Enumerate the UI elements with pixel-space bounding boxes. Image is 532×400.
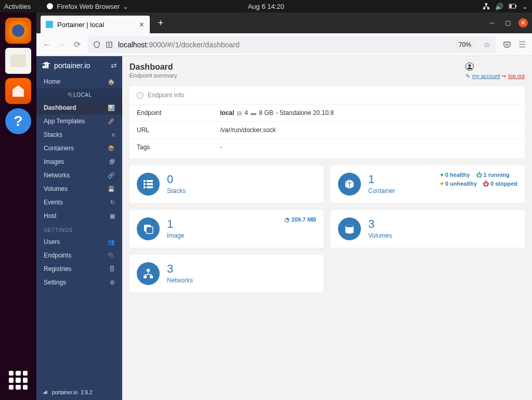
dock-show-apps[interactable] — [9, 371, 28, 390]
new-tab-button[interactable]: + — [153, 15, 168, 31]
sidebar-item-stacks[interactable]: Stacks≡ — [36, 128, 122, 141]
user-icon[interactable] — [465, 62, 525, 71]
back-button[interactable]: ← — [43, 40, 51, 49]
logo-text: portainer.io — [54, 61, 90, 70]
sidebar-item-local[interactable]: 🔌 LOCAL — [36, 88, 122, 101]
sidebar-item-networks[interactable]: Networks🔗 — [36, 169, 122, 182]
portainer-logo[interactable]: portainer.io ⇄ — [36, 56, 122, 75]
footer-version: 2.6.2 — [81, 390, 92, 395]
svg-rect-16 — [147, 186, 153, 188]
sidebar-item-icon: 🏠 — [108, 79, 115, 85]
dock: ? — [0, 12, 36, 400]
tab-title: Portainer | local — [57, 21, 104, 29]
sidebar-footer: portainer.io 2.6.2 — [36, 384, 122, 400]
power-on-icon: ⏻ — [476, 171, 482, 179]
sidebar-item-icon: 🗄 — [109, 266, 115, 272]
svg-rect-1 — [485, 3, 487, 5]
log-out-link[interactable]: log out — [508, 73, 525, 79]
memory-value: 8 GB — [259, 109, 273, 117]
close-window-button[interactable]: ✕ — [518, 18, 528, 28]
sidebar-item-images[interactable]: Images🗐 — [36, 155, 122, 169]
pocket-icon[interactable] — [503, 41, 511, 49]
sidebar-item-label: Events — [44, 199, 63, 206]
sidebar-item-host[interactable]: Host▦ — [36, 209, 122, 223]
svg-rect-19 — [147, 269, 150, 272]
networks-tile[interactable]: 3 Networks — [129, 255, 323, 292]
tags-value: - — [220, 144, 222, 151]
sidebar-item-users[interactable]: Users👥 — [36, 235, 122, 249]
address-bar[interactable]: localhost:9000/#!/1/docker/dashboard 70%… — [88, 36, 496, 53]
sidebar-item-endpoints[interactable]: Endpoints🔌 — [36, 249, 122, 262]
sidebar-item-label: App Templates — [44, 118, 85, 125]
maximize-button[interactable]: ▢ — [503, 18, 512, 28]
dock-software[interactable] — [5, 78, 31, 104]
sidebar-item-label: Users — [44, 238, 60, 246]
dashboard-icon — [137, 92, 144, 99]
browser-tab[interactable]: Portainer | local ✕ — [41, 16, 150, 33]
volumes-count: 3 — [368, 217, 392, 231]
dock-firefox[interactable] — [5, 18, 31, 44]
sidebar-item-app-templates[interactable]: App Templates🚀 — [36, 114, 122, 128]
images-icon — [137, 217, 160, 240]
zoom-badge[interactable]: 70% — [456, 40, 474, 49]
page-header: Dashboard Endpoint summary ✎my account ↪… — [129, 62, 525, 79]
clock[interactable]: Aug 6 14:20 — [248, 3, 284, 10]
cpu-count: 4 — [244, 109, 248, 117]
forward-button[interactable]: → — [58, 40, 67, 49]
sidebar-item-registries[interactable]: Registries🗄 — [36, 262, 122, 276]
sidebar-item-events[interactable]: Events↻ — [36, 196, 122, 209]
close-tab-icon[interactable]: ✕ — [139, 21, 145, 29]
chevron-down-icon: ⌄ — [123, 3, 128, 10]
sidebar-item-icon: 👥 — [108, 239, 115, 246]
sidebar-toggle-icon[interactable]: ⇄ — [111, 61, 117, 70]
power-off-icon: ⏻ — [483, 179, 489, 188]
logout-icon: ↪ — [501, 73, 506, 79]
volumes-label: Volumes — [368, 232, 392, 239]
my-account-link[interactable]: my account — [472, 73, 500, 79]
svg-rect-13 — [144, 183, 146, 185]
volume-icon[interactable]: 🔊 — [495, 3, 503, 10]
sidebar-item-volumes[interactable]: Volumes💾 — [36, 182, 122, 196]
heartbeat-icon: ♥ — [440, 171, 444, 179]
svg-rect-18 — [146, 227, 153, 234]
images-tile[interactable]: 1 Image ◔ 209.7 MB — [129, 210, 323, 248]
volumes-tile[interactable]: 3 Volumes — [331, 210, 525, 248]
svg-rect-6 — [510, 5, 512, 8]
sidebar-item-containers[interactable]: Containers📦 — [36, 141, 122, 155]
sidebar-item-label: Registries — [44, 265, 71, 273]
battery-icon[interactable] — [509, 3, 517, 9]
power-menu-icon[interactable]: ⌄ — [522, 3, 528, 10]
portainer-main: Dashboard Endpoint summary ✎my account ↪… — [122, 56, 532, 400]
sidebar-item-icon: 💾 — [108, 186, 115, 192]
dock-files[interactable] — [5, 48, 31, 74]
network-icon[interactable] — [483, 3, 490, 10]
minimize-button[interactable]: ─ — [487, 18, 497, 28]
footer-brand: portainer.io — [52, 390, 77, 395]
reload-button[interactable]: ⟳ — [74, 40, 81, 49]
sidebar-item-label: Images — [44, 158, 64, 165]
networks-count: 3 — [167, 262, 193, 276]
sidebar-item-label: Networks — [44, 172, 70, 179]
stacks-tile[interactable]: 0 Stacks — [129, 165, 323, 203]
sidebar-item-home[interactable]: Home🏠 — [36, 75, 122, 88]
sidebar-item-icon: ⚙ — [110, 279, 115, 286]
stacks-icon — [137, 173, 160, 196]
memory-icon: ▬ — [251, 110, 256, 116]
sidebar-item-settings[interactable]: Settings⚙ — [36, 276, 122, 289]
sidebar-item-label: Containers — [44, 145, 74, 152]
bookmark-star-icon[interactable]: ☆ — [484, 41, 490, 49]
svg-rect-21 — [150, 276, 153, 278]
sidebar-item-dashboard[interactable]: Dashboard📊 — [36, 101, 122, 114]
current-app-menu[interactable]: Firefox Web Browser ⌄ — [46, 3, 128, 10]
sidebar-item-icon: 🗐 — [109, 159, 115, 165]
svg-point-0 — [47, 3, 53, 9]
hamburger-menu-icon[interactable]: ☰ — [518, 40, 526, 49]
dock-help[interactable]: ? — [5, 108, 31, 134]
page-title: Dashboard — [129, 62, 177, 72]
containers-tile[interactable]: 1 Container ♥ 0 healthy ⏻ 1 running ♥ 0 … — [331, 165, 525, 203]
page-info-icon — [106, 41, 113, 48]
pencil-icon: ✎ — [465, 73, 470, 79]
containers-count: 1 — [368, 173, 395, 186]
activities-button[interactable]: Activities — [4, 3, 31, 10]
portainer-sidebar: portainer.io ⇄ Home🏠🔌 LOCALDashboard📊App… — [36, 56, 122, 400]
